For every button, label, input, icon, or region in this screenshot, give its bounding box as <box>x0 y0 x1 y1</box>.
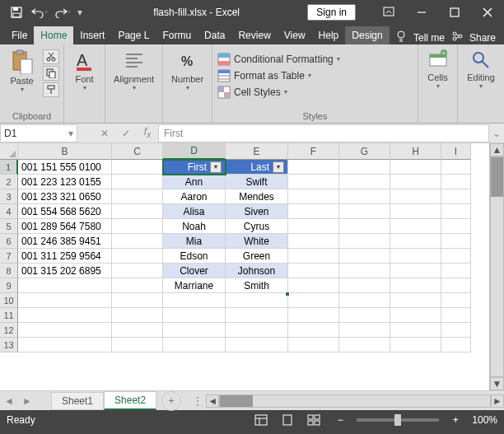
cell-C1[interactable] <box>112 160 163 175</box>
alignment-button[interactable]: Alignment▾ <box>117 49 152 91</box>
tab-design[interactable]: Design <box>345 26 389 44</box>
number-button[interactable]: % Number▾ <box>170 49 205 91</box>
sign-in-button[interactable]: Sign in <box>307 4 356 21</box>
ribbon-options-button[interactable] <box>372 0 405 25</box>
horizontal-scrollbar[interactable]: ⋮ ◄ ► <box>193 394 504 408</box>
filter-icon[interactable] <box>210 161 222 173</box>
cell-F1[interactable] <box>288 160 339 175</box>
row-header-7[interactable]: 7 <box>0 249 18 264</box>
cell-D1[interactable]: First <box>163 160 226 175</box>
view-page-layout-button[interactable] <box>278 412 297 428</box>
row-header-1[interactable]: 1 <box>0 160 18 175</box>
view-normal-button[interactable] <box>251 412 271 428</box>
qat-customize-button[interactable]: ▾ <box>74 1 86 24</box>
tab-view[interactable]: View <box>278 26 312 44</box>
cell-D7[interactable]: Edson <box>163 249 226 264</box>
tab-page-layout[interactable]: Page L <box>111 26 156 44</box>
col-header-F[interactable]: F <box>288 143 339 160</box>
tell-me-button[interactable]: Tell me <box>413 32 445 44</box>
cell-B1[interactable]: 001 151 555 0100 <box>18 160 112 175</box>
row-header-13[interactable]: 13 <box>0 338 18 352</box>
row-header-12[interactable]: 12 <box>0 323 18 338</box>
format-as-table-button[interactable]: Format as Table▾ <box>217 68 413 84</box>
zoom-level[interactable]: 100% <box>472 414 497 426</box>
cell-B9[interactable] <box>18 278 112 293</box>
tab-review[interactable]: Review <box>231 26 277 44</box>
row-header-3[interactable]: 3 <box>0 189 18 204</box>
save-button[interactable] <box>5 1 28 24</box>
tab-home[interactable]: Home <box>34 26 73 44</box>
cell-E2[interactable]: Swift <box>226 175 288 189</box>
zoom-out-button[interactable]: − <box>330 412 350 428</box>
tab-insert[interactable]: Insert <box>73 26 111 44</box>
cells-button[interactable]: + Cells▾ <box>421 49 455 90</box>
cell-E6[interactable]: White <box>226 234 288 249</box>
col-header-C[interactable]: C <box>112 143 163 160</box>
cell-E8[interactable]: Johnson <box>226 264 288 278</box>
cell-B3[interactable]: 001 233 321 0650 <box>18 189 112 204</box>
cell-D4[interactable]: Alisa <box>163 204 226 219</box>
cell-B2[interactable]: 001 223 123 0155 <box>18 175 112 189</box>
select-all-button[interactable] <box>0 143 18 160</box>
cell-D8[interactable]: Clover <box>163 264 226 278</box>
cell-D5[interactable]: Noah <box>163 219 226 234</box>
name-box[interactable]: D1▾ <box>0 124 77 142</box>
cut-button[interactable] <box>43 49 59 64</box>
table-resize-handle[interactable] <box>285 292 290 296</box>
col-header-I[interactable]: I <box>441 143 471 160</box>
col-header-G[interactable]: G <box>339 143 390 160</box>
cell-B7[interactable]: 001 311 259 9564 <box>18 249 112 264</box>
sheet-nav-next[interactable]: ► <box>18 392 36 410</box>
cancel-formula-button[interactable]: ✕ <box>94 124 115 142</box>
view-page-break-button[interactable] <box>304 412 324 428</box>
filter-icon[interactable] <box>273 161 284 173</box>
share-button[interactable]: Share <box>469 32 496 44</box>
row-header-6[interactable]: 6 <box>0 234 18 249</box>
col-header-D[interactable]: D <box>163 143 226 160</box>
format-painter-button[interactable] <box>43 82 59 97</box>
close-button[interactable] <box>471 0 504 25</box>
expand-formula-button[interactable]: ⌄ <box>489 128 504 139</box>
tab-file[interactable]: File <box>5 26 34 44</box>
editing-button[interactable]: Editing▾ <box>464 49 498 90</box>
cell-B8[interactable]: 001 315 202 6895 <box>18 264 112 278</box>
zoom-in-button[interactable]: + <box>446 412 465 428</box>
vertical-scrollbar[interactable]: ▲ ▼ <box>489 143 504 390</box>
row-header-5[interactable]: 5 <box>0 219 18 234</box>
cell-D6[interactable]: Mia <box>163 234 226 249</box>
row-header-4[interactable]: 4 <box>0 204 18 219</box>
row-header-10[interactable]: 10 <box>0 293 18 308</box>
fx-button[interactable]: fx <box>137 124 158 142</box>
cell-B5[interactable]: 001 289 564 7580 <box>18 219 112 234</box>
col-header-B[interactable]: B <box>18 143 112 160</box>
tab-data[interactable]: Data <box>198 26 231 44</box>
undo-button[interactable]: ▾ <box>28 1 51 24</box>
zoom-slider[interactable] <box>357 418 439 422</box>
sheet-tab-sheet2[interactable]: Sheet2 <box>104 391 156 410</box>
sheet-tab-sheet1[interactable]: Sheet1 <box>51 392 104 410</box>
font-button[interactable]: A Font▾ <box>68 49 102 91</box>
row-header-2[interactable]: 2 <box>0 175 18 189</box>
copy-button[interactable] <box>43 66 59 81</box>
sheet-nav-prev[interactable]: ◄ <box>0 392 18 410</box>
cell-E9[interactable]: Smith <box>226 278 288 293</box>
cell-B4[interactable]: 001 554 568 5620 <box>18 204 112 219</box>
row-header-9[interactable]: 9 <box>0 278 18 293</box>
col-header-H[interactable]: H <box>390 143 441 160</box>
cell-E4[interactable]: Siven <box>226 204 288 219</box>
cells-area[interactable]: 001 151 555 0100 First Last 001 223 123 … <box>18 160 471 352</box>
tab-formulas[interactable]: Formu <box>156 26 198 44</box>
cell-D2[interactable]: Ann <box>163 175 226 189</box>
cell-E3[interactable]: Mendes <box>226 189 288 204</box>
cell-E1[interactable]: Last <box>226 160 288 175</box>
cell-D3[interactable]: Aaron <box>163 189 226 204</box>
paste-button[interactable]: Paste ▾ <box>5 49 40 93</box>
maximize-button[interactable] <box>438 0 471 25</box>
redo-button[interactable]: ▾ <box>51 1 74 24</box>
cell-styles-button[interactable]: Cell Styles▾ <box>217 84 413 100</box>
formula-input[interactable]: First <box>158 124 489 142</box>
cell-E5[interactable]: Cyrus <box>226 219 288 234</box>
enter-formula-button[interactable]: ✓ <box>115 124 137 142</box>
cell-E7[interactable]: Green <box>226 249 288 264</box>
cell-B6[interactable]: 001 246 385 9451 <box>18 234 112 249</box>
